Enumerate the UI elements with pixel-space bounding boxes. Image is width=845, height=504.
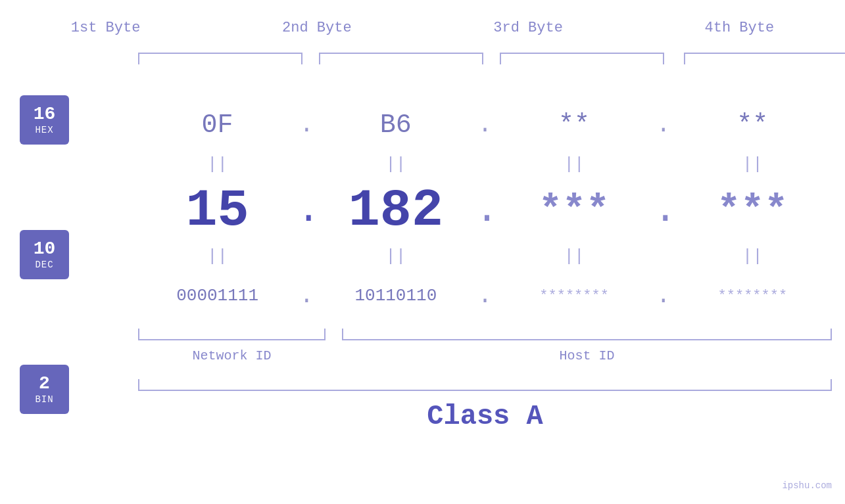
dec-label: DEC	[35, 260, 53, 270]
bin-dot2: .	[475, 283, 495, 309]
bin-row: 00001111 . 10110110 . ******** . *******…	[138, 269, 832, 322]
hex-b1: 0F	[138, 110, 297, 140]
dec-b3: ***	[495, 188, 654, 233]
hex-b3: **	[495, 110, 654, 140]
eq1-b3: ||	[495, 154, 654, 174]
bin-b3: ********	[495, 288, 654, 304]
eq2-b4: ||	[673, 246, 832, 266]
bin-dot3: .	[654, 283, 673, 309]
outer-bottom-bracket	[138, 378, 832, 391]
bin-label: BIN	[35, 394, 53, 405]
eq1-b1: ||	[138, 154, 297, 174]
host-id-label: Host ID	[342, 348, 832, 363]
host-bracket	[342, 329, 832, 340]
id-labels: Network ID Host ID	[138, 348, 832, 375]
hex-dot2: .	[475, 112, 495, 139]
bin-dot1: .	[297, 283, 316, 309]
byte-headers: 1st Byte 2nd Byte 3rd Byte 4th Byte	[0, 20, 845, 36]
network-bracket	[138, 329, 326, 340]
bin-number: 2	[39, 374, 50, 394]
dec-number: 10	[34, 239, 56, 260]
class-label-area: Class A	[138, 401, 832, 432]
base-badges: 16 HEX 10 DEC 2 BIN	[20, 95, 69, 414]
byte3-header: 3rd Byte	[423, 20, 634, 36]
content-rows: 0F . B6 . ** . ** || || || || 15 . 182 .…	[138, 66, 832, 432]
dec-dot1: .	[297, 188, 316, 233]
hex-badge: 16 HEX	[20, 95, 69, 145]
eq2-b2: ||	[316, 246, 475, 266]
bin-b4: ********	[673, 288, 832, 304]
byte4-header: 4th Byte	[634, 20, 845, 36]
bin-badge: 2 BIN	[20, 365, 69, 414]
bin-b2: 10110110	[316, 286, 475, 306]
hex-label: HEX	[35, 125, 53, 135]
dec-b4: ***	[673, 188, 832, 233]
dec-badge: 10 DEC	[20, 230, 69, 279]
eq-row-2: || || || ||	[138, 243, 832, 269]
eq-row-1: || || || ||	[138, 151, 832, 177]
class-label: Class A	[427, 401, 543, 432]
byte2-header: 2nd Byte	[211, 20, 422, 36]
hex-b2: B6	[316, 110, 475, 140]
bin-b1: 00001111	[138, 286, 297, 306]
dec-row: 15 . 182 . *** . ***	[138, 177, 832, 243]
dec-b1: 15	[138, 181, 297, 241]
dec-dot3: .	[654, 188, 673, 233]
dec-b2: 182	[316, 181, 475, 241]
eq2-b1: ||	[138, 246, 297, 266]
watermark: ipshu.com	[782, 480, 832, 491]
dec-dot2: .	[475, 188, 495, 233]
eq2-b3: ||	[495, 246, 654, 266]
network-id-label: Network ID	[138, 348, 326, 363]
eq1-b4: ||	[673, 154, 832, 174]
hex-b4: **	[673, 110, 832, 140]
hex-dot3: .	[654, 112, 673, 139]
byte1-header: 1st Byte	[0, 20, 211, 36]
bottom-brackets	[138, 329, 832, 345]
main-container: 1st Byte 2nd Byte 3rd Byte 4th Byte 16 H…	[0, 0, 845, 504]
hex-number: 16	[34, 104, 56, 125]
hex-dot1: .	[297, 112, 316, 139]
eq1-b2: ||	[316, 154, 475, 174]
hex-row: 0F . B6 . ** . **	[138, 99, 832, 151]
